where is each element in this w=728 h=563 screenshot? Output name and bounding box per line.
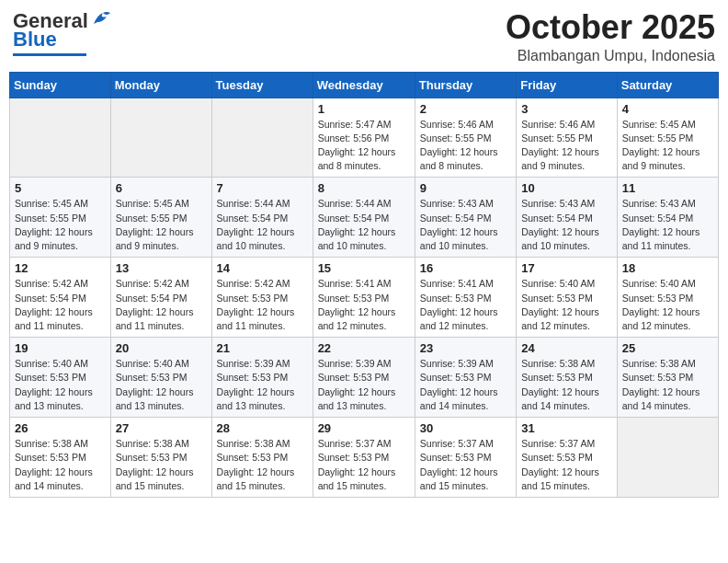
calendar-cell: 12Sunrise: 5:42 AM Sunset: 5:54 PM Dayli… [10, 258, 111, 338]
day-info: Sunrise: 5:38 AM Sunset: 5:53 PM Dayligh… [622, 357, 713, 413]
day-info: Sunrise: 5:37 AM Sunset: 5:53 PM Dayligh… [521, 437, 612, 493]
day-number: 9 [420, 181, 511, 195]
weekday-header-monday: Monday [110, 72, 211, 98]
day-number: 2 [420, 102, 511, 116]
day-number: 22 [318, 341, 410, 355]
day-number: 17 [521, 261, 612, 275]
calendar-cell: 6Sunrise: 5:45 AM Sunset: 5:55 PM Daylig… [110, 178, 211, 258]
calendar-cell [110, 98, 211, 178]
calendar-cell: 17Sunrise: 5:40 AM Sunset: 5:53 PM Dayli… [517, 258, 618, 338]
calendar-cell [10, 98, 111, 178]
day-number: 4 [622, 102, 713, 116]
calendar-week-1: 1Sunrise: 5:47 AM Sunset: 5:56 PM Daylig… [10, 98, 719, 178]
weekday-header-friday: Friday [517, 72, 618, 98]
day-number: 3 [521, 102, 612, 116]
calendar-cell: 22Sunrise: 5:39 AM Sunset: 5:53 PM Dayli… [313, 338, 415, 418]
day-info: Sunrise: 5:39 AM Sunset: 5:53 PM Dayligh… [420, 357, 511, 413]
day-number: 15 [318, 261, 410, 275]
calendar-cell: 19Sunrise: 5:40 AM Sunset: 5:53 PM Dayli… [10, 338, 111, 418]
day-number: 1 [318, 102, 410, 116]
logo-underline [13, 53, 86, 56]
day-number: 29 [318, 421, 410, 435]
day-info: Sunrise: 5:42 AM Sunset: 5:54 PM Dayligh… [116, 277, 207, 333]
day-info: Sunrise: 5:40 AM Sunset: 5:53 PM Dayligh… [15, 357, 106, 413]
day-number: 24 [521, 341, 612, 355]
calendar-cell: 29Sunrise: 5:37 AM Sunset: 5:53 PM Dayli… [313, 418, 415, 498]
calendar-cell: 3Sunrise: 5:46 AM Sunset: 5:55 PM Daylig… [517, 98, 618, 178]
day-info: Sunrise: 5:38 AM Sunset: 5:53 PM Dayligh… [15, 437, 106, 493]
day-info: Sunrise: 5:40 AM Sunset: 5:53 PM Dayligh… [622, 277, 713, 333]
day-info: Sunrise: 5:44 AM Sunset: 5:54 PM Dayligh… [217, 197, 308, 253]
day-number: 27 [116, 421, 207, 435]
day-number: 10 [521, 181, 612, 195]
calendar-cell: 1Sunrise: 5:47 AM Sunset: 5:56 PM Daylig… [313, 98, 415, 178]
day-info: Sunrise: 5:38 AM Sunset: 5:53 PM Dayligh… [116, 437, 207, 493]
day-info: Sunrise: 5:45 AM Sunset: 5:55 PM Dayligh… [116, 197, 207, 253]
calendar-cell: 21Sunrise: 5:39 AM Sunset: 5:53 PM Dayli… [211, 338, 313, 418]
calendar-week-3: 12Sunrise: 5:42 AM Sunset: 5:54 PM Dayli… [10, 258, 719, 338]
day-number: 12 [15, 261, 106, 275]
day-number: 19 [15, 341, 106, 355]
calendar-cell: 15Sunrise: 5:41 AM Sunset: 5:53 PM Dayli… [313, 258, 415, 338]
calendar-cell: 11Sunrise: 5:43 AM Sunset: 5:54 PM Dayli… [617, 178, 718, 258]
day-number: 28 [217, 421, 308, 435]
calendar-table: SundayMondayTuesdayWednesdayThursdayFrid… [9, 72, 719, 498]
calendar-cell: 2Sunrise: 5:46 AM Sunset: 5:55 PM Daylig… [415, 98, 516, 178]
calendar-cell: 4Sunrise: 5:45 AM Sunset: 5:55 PM Daylig… [617, 98, 718, 178]
day-info: Sunrise: 5:37 AM Sunset: 5:53 PM Dayligh… [318, 437, 410, 493]
day-number: 13 [116, 261, 207, 275]
day-number: 21 [217, 341, 308, 355]
calendar-cell: 16Sunrise: 5:41 AM Sunset: 5:53 PM Dayli… [415, 258, 516, 338]
calendar-cell: 5Sunrise: 5:45 AM Sunset: 5:55 PM Daylig… [10, 178, 111, 258]
day-info: Sunrise: 5:43 AM Sunset: 5:54 PM Dayligh… [420, 197, 511, 253]
day-number: 20 [116, 341, 207, 355]
day-info: Sunrise: 5:40 AM Sunset: 5:53 PM Dayligh… [521, 277, 612, 333]
day-number: 6 [116, 181, 207, 195]
day-info: Sunrise: 5:40 AM Sunset: 5:53 PM Dayligh… [116, 357, 207, 413]
day-info: Sunrise: 5:41 AM Sunset: 5:53 PM Dayligh… [318, 277, 410, 333]
weekday-header-row: SundayMondayTuesdayWednesdayThursdayFrid… [10, 72, 719, 98]
day-number: 23 [420, 341, 511, 355]
day-info: Sunrise: 5:37 AM Sunset: 5:53 PM Dayligh… [420, 437, 511, 493]
logo-blue: Blue [13, 28, 57, 52]
day-info: Sunrise: 5:42 AM Sunset: 5:53 PM Dayligh… [217, 277, 308, 333]
day-info: Sunrise: 5:46 AM Sunset: 5:55 PM Dayligh… [521, 118, 612, 174]
logo-bird-icon [90, 11, 110, 28]
calendar-cell: 10Sunrise: 5:43 AM Sunset: 5:54 PM Dayli… [517, 178, 618, 258]
calendar-cell: 30Sunrise: 5:37 AM Sunset: 5:53 PM Dayli… [415, 418, 516, 498]
day-info: Sunrise: 5:45 AM Sunset: 5:55 PM Dayligh… [15, 197, 106, 253]
weekday-header-sunday: Sunday [10, 72, 111, 98]
page-header: General Blue October 2025 Blambangan Ump… [9, 9, 719, 64]
day-info: Sunrise: 5:45 AM Sunset: 5:55 PM Dayligh… [622, 118, 713, 174]
calendar-cell: 18Sunrise: 5:40 AM Sunset: 5:53 PM Dayli… [617, 258, 718, 338]
calendar-cell: 7Sunrise: 5:44 AM Sunset: 5:54 PM Daylig… [211, 178, 313, 258]
weekday-header-thursday: Thursday [415, 72, 516, 98]
calendar-week-5: 26Sunrise: 5:38 AM Sunset: 5:53 PM Dayli… [10, 418, 719, 498]
day-number: 5 [15, 181, 106, 195]
day-number: 31 [521, 421, 612, 435]
day-info: Sunrise: 5:42 AM Sunset: 5:54 PM Dayligh… [15, 277, 106, 333]
day-info: Sunrise: 5:43 AM Sunset: 5:54 PM Dayligh… [521, 197, 612, 253]
calendar-cell: 14Sunrise: 5:42 AM Sunset: 5:53 PM Dayli… [211, 258, 313, 338]
calendar-cell [617, 418, 718, 498]
day-info: Sunrise: 5:47 AM Sunset: 5:56 PM Dayligh… [318, 118, 410, 174]
calendar-cell: 31Sunrise: 5:37 AM Sunset: 5:53 PM Dayli… [517, 418, 618, 498]
day-info: Sunrise: 5:43 AM Sunset: 5:54 PM Dayligh… [622, 197, 713, 253]
weekday-header-wednesday: Wednesday [313, 72, 415, 98]
calendar-cell [211, 98, 313, 178]
calendar-cell: 28Sunrise: 5:38 AM Sunset: 5:53 PM Dayli… [211, 418, 313, 498]
calendar-week-4: 19Sunrise: 5:40 AM Sunset: 5:53 PM Dayli… [10, 338, 719, 418]
calendar-cell: 23Sunrise: 5:39 AM Sunset: 5:53 PM Dayli… [415, 338, 516, 418]
logo: General Blue [13, 9, 110, 56]
location-title: Blambangan Umpu, Indonesia [506, 48, 715, 64]
day-info: Sunrise: 5:44 AM Sunset: 5:54 PM Dayligh… [318, 197, 410, 253]
calendar-cell: 13Sunrise: 5:42 AM Sunset: 5:54 PM Dayli… [110, 258, 211, 338]
calendar-cell: 20Sunrise: 5:40 AM Sunset: 5:53 PM Dayli… [110, 338, 211, 418]
day-number: 18 [622, 261, 713, 275]
calendar-cell: 8Sunrise: 5:44 AM Sunset: 5:54 PM Daylig… [313, 178, 415, 258]
day-number: 16 [420, 261, 511, 275]
calendar-cell: 26Sunrise: 5:38 AM Sunset: 5:53 PM Dayli… [10, 418, 111, 498]
day-info: Sunrise: 5:39 AM Sunset: 5:53 PM Dayligh… [318, 357, 410, 413]
day-number: 8 [318, 181, 410, 195]
day-number: 7 [217, 181, 308, 195]
